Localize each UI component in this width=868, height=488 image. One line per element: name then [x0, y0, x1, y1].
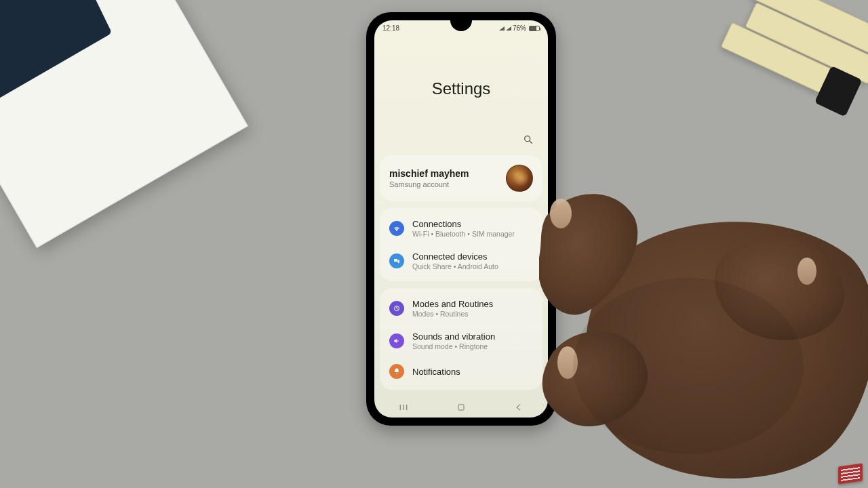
settings-row-sounds[interactable]: Sounds and vibration Sound mode • Ringto… [380, 325, 542, 357]
watermark [838, 463, 863, 484]
svg-point-0 [525, 136, 530, 142]
box-phone-print [0, 0, 112, 115]
product-box: SAMSUNG Galaxy A06 [0, 0, 248, 248]
page-title: Settings [374, 79, 548, 98]
account-row[interactable]: mischief mayhem Samsung account [380, 155, 542, 201]
row-sub: Quick Share • Android Auto [412, 262, 498, 270]
phone-frame: 12:18 76% Settings mischief mayhem [366, 12, 556, 426]
svg-rect-3 [398, 260, 400, 264]
battery-text: 76% [513, 24, 526, 32]
row-sub: Wi-Fi • Bluetooth • SIM manager [412, 230, 515, 238]
wifi-icon [389, 221, 404, 236]
search-icon [523, 134, 534, 145]
row-title: Sounds and vibration [412, 331, 495, 342]
navigation-bar [374, 397, 548, 418]
settings-row-connections[interactable]: Connections Wi-Fi • Bluetooth • SIM mana… [380, 212, 542, 245]
account-name: mischief mayhem [389, 168, 469, 179]
settings-group: Connections Wi-Fi • Bluetooth • SIM mana… [380, 208, 542, 281]
search-button[interactable] [521, 132, 536, 147]
account-sub: Samsung account [389, 180, 469, 188]
svg-line-1 [530, 141, 532, 143]
row-sub: Modes • Routines [412, 310, 493, 318]
status-time: 12:18 [382, 24, 399, 32]
settings-header: Settings [374, 32, 548, 132]
back-button[interactable] [513, 401, 525, 413]
battery-icon [529, 26, 540, 31]
signal-icon-2 [506, 26, 510, 30]
settings-row-modes[interactable]: Modes and Routines Modes • Routines [380, 292, 542, 325]
sound-icon [389, 333, 404, 348]
svg-point-10 [557, 346, 578, 379]
bell-icon [389, 364, 404, 379]
signal-icon [499, 26, 503, 30]
home-button[interactable] [455, 401, 467, 413]
svg-point-12 [573, 278, 804, 454]
devices-icon [389, 253, 404, 268]
row-title: Connected devices [412, 251, 498, 262]
modes-icon [389, 301, 404, 316]
settings-row-connected-devices[interactable]: Connected devices Quick Share • Android … [380, 245, 542, 277]
avatar[interactable] [506, 165, 533, 192]
row-title: Modes and Routines [412, 299, 493, 309]
svg-rect-2 [394, 259, 397, 262]
row-title: Notifications [412, 367, 460, 377]
hand [539, 176, 868, 488]
settings-row-notifications[interactable]: Notifications [380, 357, 542, 386]
row-title: Connections [412, 219, 515, 229]
wood-blocks [698, 0, 868, 153]
recents-button[interactable] [397, 401, 410, 413]
svg-point-11 [797, 258, 816, 285]
row-sub: Sound mode • Ringtone [412, 342, 495, 350]
svg-rect-8 [458, 405, 464, 410]
settings-group: Modes and Routines Modes • Routines Soun… [380, 288, 542, 390]
phone-screen: 12:18 76% Settings mischief mayhem [374, 20, 548, 418]
